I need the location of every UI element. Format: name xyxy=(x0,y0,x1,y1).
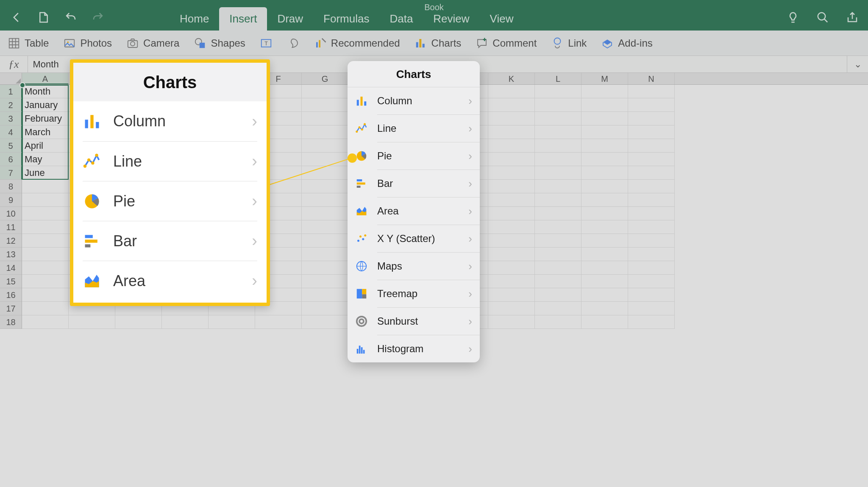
svg-point-30 xyxy=(364,234,366,237)
svg-point-45 xyxy=(87,158,90,161)
chart-type-icon xyxy=(83,152,101,171)
chart-type-icon xyxy=(355,315,368,328)
charts-popover-item-histogram[interactable]: Histogram› xyxy=(348,335,480,362)
charts-popover-item-line[interactable]: Line› xyxy=(348,115,480,142)
charts-popover-item-pie[interactable]: Pie› xyxy=(348,142,480,170)
charts-popover-title: Charts xyxy=(348,61,480,87)
svg-point-28 xyxy=(359,236,362,238)
chart-type-label: Histogram xyxy=(377,343,459,355)
chart-type-label: Pie xyxy=(377,150,459,162)
chevron-right-icon: › xyxy=(468,95,472,108)
chart-type-label: Line xyxy=(377,122,459,134)
chart-type-label: Area xyxy=(113,272,240,290)
chevron-right-icon: › xyxy=(252,232,257,250)
svg-point-35 xyxy=(357,317,367,326)
chevron-right-icon: › xyxy=(252,272,257,290)
chevron-right-icon: › xyxy=(468,150,472,163)
charts-callout-item-area[interactable]: Area› xyxy=(83,261,257,301)
charts-callout-item-line[interactable]: Line› xyxy=(83,141,257,181)
charts-popover-item-sunburst[interactable]: Sunburst› xyxy=(348,308,480,335)
svg-rect-43 xyxy=(96,122,99,128)
chart-type-icon xyxy=(355,287,368,300)
chart-type-icon xyxy=(355,205,368,217)
svg-point-44 xyxy=(83,164,86,167)
svg-point-29 xyxy=(362,238,364,240)
svg-rect-51 xyxy=(85,244,91,247)
charts-popover-item-treemap[interactable]: Treemap› xyxy=(348,280,480,307)
chart-type-icon xyxy=(83,192,101,211)
chevron-right-icon: › xyxy=(468,342,472,356)
chevron-right-icon: › xyxy=(468,232,472,245)
callout-dot xyxy=(348,153,357,163)
chart-type-label: Column xyxy=(377,95,459,107)
charts-popover-item-area[interactable]: Area› xyxy=(348,198,480,225)
charts-callout-list: Column›Line›Pie›Bar›Area› xyxy=(73,101,267,301)
chart-type-label: Bar xyxy=(377,178,459,189)
svg-point-19 xyxy=(356,131,358,133)
svg-rect-37 xyxy=(357,349,359,353)
chevron-right-icon: › xyxy=(252,192,257,210)
chevron-right-icon: › xyxy=(468,205,472,218)
chart-type-label: Column xyxy=(113,112,240,130)
chart-type-icon xyxy=(83,272,101,290)
charts-callout-item-column[interactable]: Column› xyxy=(83,101,257,141)
svg-point-22 xyxy=(364,123,366,125)
svg-rect-49 xyxy=(85,235,93,238)
charts-callout-item-pie[interactable]: Pie› xyxy=(83,181,257,221)
svg-point-46 xyxy=(91,161,94,164)
chart-type-label: Sunburst xyxy=(377,315,459,327)
chart-type-icon xyxy=(355,342,368,355)
charts-popover: Charts Column›Line›Pie›Bar›Area›X Y (Sca… xyxy=(348,61,480,362)
svg-rect-18 xyxy=(364,101,366,106)
chevron-right-icon: › xyxy=(468,177,472,190)
charts-callout: Charts Column›Line›Pie›Bar›Area› xyxy=(70,59,270,306)
chart-type-label: Treemap xyxy=(377,288,459,300)
chevron-right-icon: › xyxy=(468,122,472,135)
svg-rect-25 xyxy=(357,183,365,185)
chevron-right-icon: › xyxy=(468,260,472,273)
chart-type-icon xyxy=(355,122,368,135)
chevron-right-icon: › xyxy=(468,315,472,328)
svg-rect-16 xyxy=(357,100,359,106)
charts-popover-item-x-y-scatter-[interactable]: X Y (Scatter)› xyxy=(348,225,480,252)
chart-type-label: Maps xyxy=(377,260,459,272)
chevron-right-icon: › xyxy=(252,152,257,170)
svg-rect-38 xyxy=(359,346,361,354)
svg-rect-33 xyxy=(362,289,366,295)
svg-rect-24 xyxy=(357,179,362,181)
charts-callout-title: Charts xyxy=(73,63,267,101)
svg-point-21 xyxy=(361,128,363,131)
chart-type-label: Pie xyxy=(113,192,240,210)
charts-popover-item-bar[interactable]: Bar› xyxy=(348,170,480,197)
svg-rect-34 xyxy=(362,294,366,298)
svg-rect-39 xyxy=(361,347,363,353)
charts-popover-item-column[interactable]: Column› xyxy=(348,87,480,114)
svg-point-20 xyxy=(359,126,361,128)
charts-callout-item-bar[interactable]: Bar› xyxy=(83,221,257,261)
svg-rect-42 xyxy=(90,115,93,128)
svg-rect-50 xyxy=(85,239,97,242)
chart-type-icon xyxy=(83,112,101,131)
charts-popover-item-maps[interactable]: Maps› xyxy=(348,253,480,280)
svg-point-47 xyxy=(95,153,98,156)
chart-type-label: Area xyxy=(377,205,459,217)
svg-rect-40 xyxy=(363,350,365,354)
chart-type-icon xyxy=(83,232,101,250)
chart-type-icon xyxy=(355,177,368,190)
chart-type-icon xyxy=(355,260,368,273)
svg-rect-26 xyxy=(357,186,361,188)
chevron-right-icon: › xyxy=(468,287,472,301)
svg-rect-32 xyxy=(357,289,362,299)
chart-type-icon xyxy=(355,150,368,162)
svg-point-36 xyxy=(359,319,364,323)
chart-type-label: X Y (Scatter) xyxy=(377,233,459,245)
charts-popover-list: Column›Line›Pie›Bar›Area›X Y (Scatter)›M… xyxy=(348,87,480,362)
svg-rect-17 xyxy=(361,97,363,106)
chart-type-label: Bar xyxy=(113,232,240,250)
svg-point-27 xyxy=(357,240,359,242)
chart-type-icon xyxy=(355,232,368,245)
chart-type-label: Line xyxy=(113,153,240,170)
chevron-right-icon: › xyxy=(252,112,257,131)
chart-type-icon xyxy=(355,95,368,107)
svg-rect-41 xyxy=(85,120,88,128)
